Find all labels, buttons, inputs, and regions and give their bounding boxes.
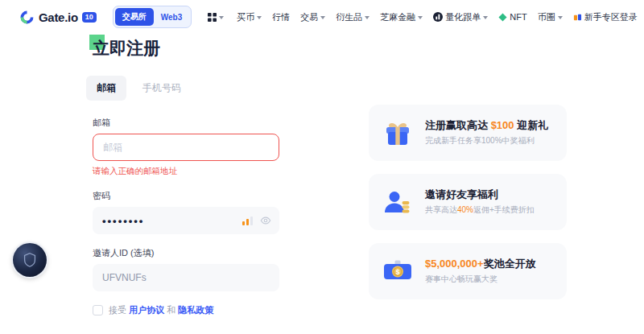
- password-label: 密码: [93, 190, 279, 202]
- password-strength-icon: [242, 216, 253, 225]
- chevron-down-icon: [418, 16, 423, 19]
- main-nav: 买币 行情 交易 衍生品 芝麻金融: [237, 11, 619, 23]
- nav-moments[interactable]: 币圈: [538, 11, 563, 23]
- prize-pool-icon: $: [382, 255, 414, 287]
- eye-off-icon[interactable]: [260, 215, 271, 226]
- copy-trading-icon: [433, 12, 443, 22]
- beginner-zone-icon: [573, 13, 582, 22]
- agreement-and-text: 和: [167, 305, 175, 315]
- nav-label: 行情: [272, 11, 290, 23]
- email-label: 邮箱: [93, 117, 279, 129]
- invite-label: 邀请人ID (选填): [93, 247, 279, 259]
- promo-subtitle: 共享高达40%返佣+手续费折扣: [425, 204, 535, 216]
- invite-field-group: 邀请人ID (选填): [93, 247, 279, 291]
- svg-text:$: $: [396, 268, 400, 276]
- top-nav-bar: Gate.io 10 交易所 Web3 买币 行情: [0, 0, 644, 34]
- agreement-row: 接受 用户协议 和 隐私政策: [93, 304, 279, 316]
- chevron-down-icon: [483, 16, 488, 19]
- apps-menu-button[interactable]: [208, 13, 224, 22]
- nav-label: 新手专区: [584, 11, 620, 23]
- invite-friends-icon: [382, 186, 414, 218]
- tab-phone[interactable]: 手机号码: [134, 76, 189, 101]
- toggle-web3[interactable]: Web3: [154, 10, 190, 25]
- gateio-logo-icon: [19, 10, 35, 25]
- chevron-down-icon: [558, 16, 563, 19]
- email-input[interactable]: [93, 134, 279, 161]
- register-method-tabs: 邮箱 手机号码: [86, 76, 279, 101]
- gift-icon: [382, 117, 414, 149]
- chevron-down-icon: [365, 16, 369, 19]
- auth-area: 登录 注册: [620, 6, 644, 28]
- nav-finance[interactable]: 芝麻金融: [380, 11, 423, 23]
- agreement-text: 接受 用户协议 和 隐私政策: [109, 304, 213, 316]
- promo-card-invite-friends[interactable]: 邀请好友享福利 共享高达40%返佣+手续费折扣: [369, 174, 567, 230]
- gateio-logo[interactable]: Gate.io 10: [19, 10, 97, 25]
- agreement-accept-text: 接受: [109, 305, 126, 315]
- promo-subtitle: 完成新手任务享100%中奖福利: [425, 135, 548, 146]
- password-field-group: 密码: [93, 190, 279, 234]
- nft-diamond-icon: [498, 13, 507, 22]
- chevron-down-icon: [320, 16, 325, 19]
- email-error-text: 请输入正确的邮箱地址: [93, 166, 279, 177]
- user-agreement-link[interactable]: 用户协议: [129, 305, 164, 315]
- anniversary-badge: 10: [82, 12, 97, 23]
- nav-label: 衍生品: [336, 11, 362, 23]
- nav-label: NFT: [510, 12, 526, 22]
- nav-label: 芝麻金融: [380, 11, 415, 23]
- chevron-down-icon: [219, 16, 224, 19]
- register-form: 立即注册 邮箱 手机号码 邮箱 请输入正确的邮箱地址 密码: [93, 37, 279, 316]
- nav-trade[interactable]: 交易: [300, 11, 325, 23]
- floating-avatar-widget[interactable]: [13, 243, 47, 277]
- nav-buy-crypto[interactable]: 买币: [237, 11, 262, 23]
- privacy-policy-link[interactable]: 隐私政策: [178, 305, 213, 315]
- register-page: Gate.io 10 交易所 Web3 买币 行情: [0, 0, 644, 334]
- agreement-checkbox[interactable]: [93, 305, 103, 315]
- promo-card-prize-pool[interactable]: $ $5,000,000+奖池全开放 赛事中心畅玩赢大奖: [369, 243, 567, 299]
- page-title: 立即注册: [93, 39, 160, 57]
- chevron-down-icon: [257, 16, 262, 19]
- nav-nft[interactable]: NFT: [498, 12, 526, 22]
- toggle-exchange[interactable]: 交易所: [115, 8, 154, 26]
- nav-beginner-zone[interactable]: 新手专区: [573, 11, 620, 23]
- invite-id-input[interactable]: [93, 264, 279, 291]
- apps-grid-icon: [208, 13, 217, 22]
- nav-label: 交易: [300, 11, 318, 23]
- promo-card-welcome-gift[interactable]: 注册赢取高达 $100 迎新礼 完成新手任务享100%中奖福利: [369, 105, 567, 161]
- promo-title: 邀请好友享福利: [425, 188, 535, 201]
- brand-text: Gate.io: [39, 10, 78, 24]
- promo-subtitle: 赛事中心畅玩赢大奖: [425, 274, 536, 285]
- tab-email[interactable]: 邮箱: [86, 76, 126, 101]
- nav-label: 量化跟单: [445, 11, 481, 23]
- email-field-group: 邮箱 请输入正确的邮箱地址: [93, 117, 279, 177]
- promo-title: 注册赢取高达 $100 迎新礼: [425, 119, 548, 132]
- nav-copy-trading[interactable]: 量化跟单: [433, 11, 488, 23]
- nav-derivatives[interactable]: 衍生品: [336, 11, 369, 23]
- exchange-web3-toggle[interactable]: 交易所 Web3: [113, 6, 192, 28]
- login-link[interactable]: 登录: [620, 11, 638, 23]
- nav-label: 币圈: [538, 11, 555, 23]
- promo-title: $5,000,000+奖池全开放: [425, 258, 536, 270]
- promo-cards: 注册赢取高达 $100 迎新礼 完成新手任务享100%中奖福利 邀请好友享福利 …: [369, 105, 567, 299]
- nav-label: 买币: [237, 11, 254, 23]
- nav-markets[interactable]: 行情: [272, 11, 290, 23]
